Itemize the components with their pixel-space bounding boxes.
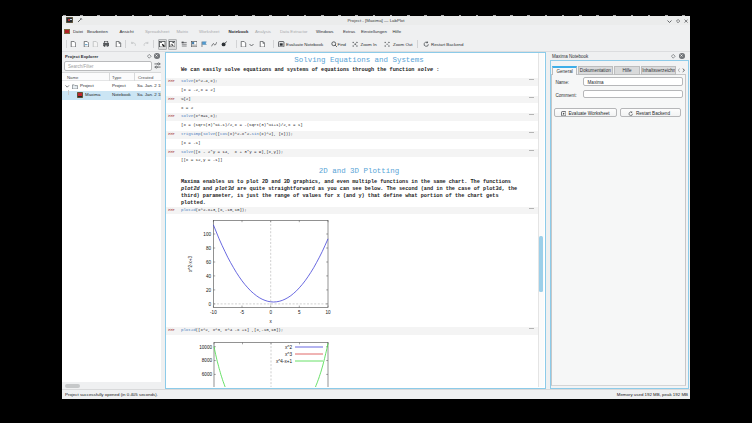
svg-text:x^3: x^3 (284, 351, 291, 356)
svg-text:100: 100 (203, 231, 211, 236)
svg-text:0: 0 (269, 310, 272, 315)
svg-text:0: 0 (208, 301, 211, 306)
svg-text:20: 20 (205, 287, 211, 292)
svg-text:80: 80 (205, 245, 211, 250)
svg-text:x^4-x+1: x^4-x+1 (275, 358, 292, 363)
svg-text:5: 5 (298, 310, 301, 315)
svg-text:6000: 6000 (201, 372, 212, 377)
svg-text:-10: -10 (210, 310, 217, 315)
svg-text:8000: 8000 (201, 358, 212, 363)
svg-text:10000: 10000 (199, 344, 212, 349)
svg-text:40: 40 (205, 273, 211, 278)
svg-text:x^2-x+3: x^2-x+3 (188, 255, 193, 272)
svg-text:60: 60 (205, 259, 211, 264)
svg-text:x: x (269, 319, 272, 324)
svg-text:10: 10 (325, 310, 331, 315)
svg-text:x^2: x^2 (284, 344, 291, 349)
svg-text:-5: -5 (239, 310, 244, 315)
